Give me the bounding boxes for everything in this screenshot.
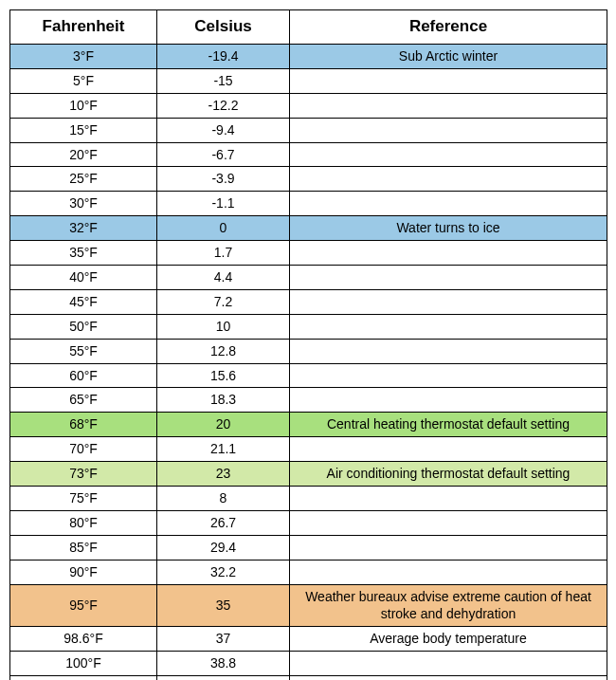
cell-fahrenheit: 3°F xyxy=(10,44,157,68)
cell-reference xyxy=(290,93,607,118)
table-row: 90°F32.2 xyxy=(10,560,607,584)
cell-reference: Sub Arctic winter xyxy=(290,44,607,68)
cell-fahrenheit: 55°F xyxy=(10,339,157,363)
table-row: 65°F18.3 xyxy=(10,388,607,413)
cell-celsius: 7.2 xyxy=(157,289,290,314)
cell-fahrenheit: 65°F xyxy=(10,388,157,413)
cell-fahrenheit: 35°F xyxy=(10,241,157,266)
table-row: 104°F40Upper limit of permissible fever:… xyxy=(10,676,607,680)
table-row: 35°F1.7 xyxy=(10,241,607,266)
cell-celsius: 4.4 xyxy=(157,265,290,289)
table-row: 95°F35Weather bureaux advise extreme cau… xyxy=(10,584,607,627)
cell-fahrenheit: 70°F xyxy=(10,437,157,462)
table-row: 30°F-1.1 xyxy=(10,192,607,216)
cell-celsius: -9.4 xyxy=(157,118,290,142)
table-row: 73°F23Air conditioning thermostat defaul… xyxy=(10,462,607,487)
cell-reference xyxy=(290,265,607,289)
cell-fahrenheit: 104°F xyxy=(10,676,157,680)
table-row: 100°F38.8 xyxy=(10,652,607,676)
table-row: 55°F12.8 xyxy=(10,339,607,363)
cell-celsius: 26.7 xyxy=(157,510,290,535)
table-row: 80°F26.7 xyxy=(10,510,607,535)
cell-reference: Air conditioning thermostat default sett… xyxy=(290,462,607,487)
header-reference: Reference xyxy=(290,10,607,45)
cell-reference xyxy=(290,118,607,142)
table-row: 60°F15.6 xyxy=(10,363,607,388)
header-celsius: Celsius xyxy=(157,10,290,45)
cell-celsius: 37 xyxy=(157,627,290,652)
table-row: 50°F10 xyxy=(10,314,607,339)
cell-fahrenheit: 10°F xyxy=(10,93,157,118)
cell-fahrenheit: 15°F xyxy=(10,118,157,142)
cell-fahrenheit: 95°F xyxy=(10,584,157,627)
temperature-conversion-table: Fahrenheit Celsius Reference 3°F-19.4Sub… xyxy=(9,9,607,680)
cell-reference xyxy=(290,241,607,266)
cell-fahrenheit: 5°F xyxy=(10,68,157,93)
cell-reference xyxy=(290,437,607,462)
cell-reference: Average body temperature xyxy=(290,627,607,652)
cell-fahrenheit: 60°F xyxy=(10,363,157,388)
cell-reference xyxy=(290,142,607,167)
cell-fahrenheit: 20°F xyxy=(10,142,157,167)
cell-reference xyxy=(290,289,607,314)
cell-reference xyxy=(290,363,607,388)
cell-reference xyxy=(290,68,607,93)
cell-fahrenheit: 30°F xyxy=(10,192,157,216)
table-header-row: Fahrenheit Celsius Reference xyxy=(10,10,607,45)
cell-celsius: -6.7 xyxy=(157,142,290,167)
table-row: 20°F-6.7 xyxy=(10,142,607,167)
cell-reference: Upper limit of permissible fever: seek u… xyxy=(290,676,607,680)
cell-celsius: 38.8 xyxy=(157,652,290,676)
cell-reference xyxy=(290,652,607,676)
table-row: 15°F-9.4 xyxy=(10,118,607,142)
cell-celsius: -15 xyxy=(157,68,290,93)
cell-celsius: 40 xyxy=(157,676,290,680)
table-row: 85°F29.4 xyxy=(10,535,607,560)
cell-reference: Weather bureaux advise extreme caution o… xyxy=(290,584,607,627)
table-row: 45°F7.2 xyxy=(10,289,607,314)
cell-fahrenheit: 80°F xyxy=(10,510,157,535)
cell-reference xyxy=(290,167,607,192)
cell-reference xyxy=(290,560,607,584)
table-row: 3°F-19.4Sub Arctic winter xyxy=(10,44,607,68)
cell-reference xyxy=(290,192,607,216)
table-row: 25°F-3.9 xyxy=(10,167,607,192)
cell-celsius: 35 xyxy=(157,584,290,627)
cell-celsius: 18.3 xyxy=(157,388,290,413)
cell-reference xyxy=(290,388,607,413)
cell-fahrenheit: 25°F xyxy=(10,167,157,192)
cell-fahrenheit: 100°F xyxy=(10,652,157,676)
cell-celsius: 32.2 xyxy=(157,560,290,584)
cell-fahrenheit: 32°F xyxy=(10,216,157,241)
cell-reference xyxy=(290,339,607,363)
cell-celsius: 8 xyxy=(157,486,290,510)
cell-fahrenheit: 40°F xyxy=(10,265,157,289)
table-row: 68°F20Central heating thermostat default… xyxy=(10,413,607,437)
table-row: 10°F-12.2 xyxy=(10,93,607,118)
cell-fahrenheit: 50°F xyxy=(10,314,157,339)
cell-reference: Water turns to ice xyxy=(290,216,607,241)
cell-celsius: 29.4 xyxy=(157,535,290,560)
cell-celsius: -19.4 xyxy=(157,44,290,68)
cell-fahrenheit: 85°F xyxy=(10,535,157,560)
cell-celsius: 0 xyxy=(157,216,290,241)
table-row: 70°F21.1 xyxy=(10,437,607,462)
cell-fahrenheit: 90°F xyxy=(10,560,157,584)
table-row: 40°F4.4 xyxy=(10,265,607,289)
header-fahrenheit: Fahrenheit xyxy=(10,10,157,45)
cell-celsius: 21.1 xyxy=(157,437,290,462)
cell-reference xyxy=(290,314,607,339)
cell-fahrenheit: 73°F xyxy=(10,462,157,487)
table-row: 5°F-15 xyxy=(10,68,607,93)
cell-celsius: -3.9 xyxy=(157,167,290,192)
cell-celsius: 23 xyxy=(157,462,290,487)
table-row: 98.6°F37Average body temperature xyxy=(10,627,607,652)
cell-fahrenheit: 68°F xyxy=(10,413,157,437)
cell-fahrenheit: 98.6°F xyxy=(10,627,157,652)
cell-celsius: 15.6 xyxy=(157,363,290,388)
cell-celsius: 10 xyxy=(157,314,290,339)
cell-fahrenheit: 45°F xyxy=(10,289,157,314)
cell-celsius: -1.1 xyxy=(157,192,290,216)
table-row: 32°F0Water turns to ice xyxy=(10,216,607,241)
cell-celsius: -12.2 xyxy=(157,93,290,118)
